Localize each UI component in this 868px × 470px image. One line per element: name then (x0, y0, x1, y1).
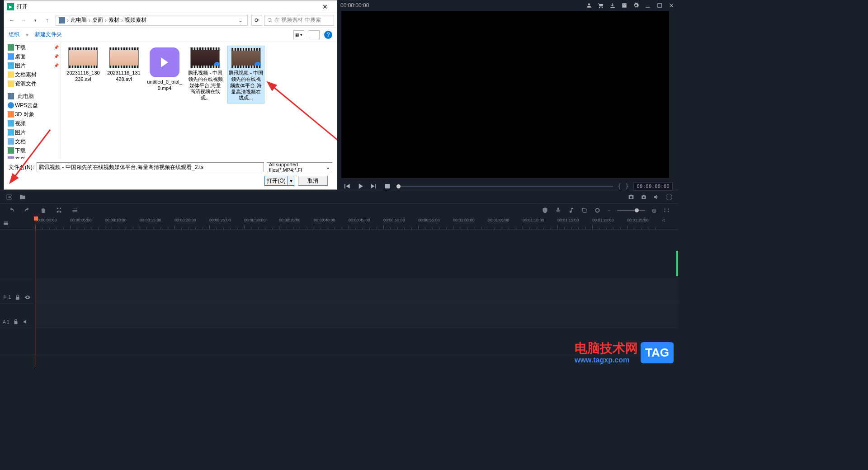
camera-icon[interactable] (640, 193, 647, 201)
item-icon (8, 138, 14, 145)
zoom-out-button[interactable]: − (607, 207, 611, 214)
mic-icon[interactable] (555, 207, 561, 214)
volume-icon[interactable] (653, 193, 660, 201)
video-track[interactable]: 主 1 (0, 279, 678, 304)
sidebar-item[interactable]: 图片📌 (4, 61, 61, 70)
sidebar-item[interactable]: WPS云盘 (4, 101, 61, 110)
sidebar-item-label: 文档素材 (15, 71, 37, 79)
minimize-icon[interactable] (645, 2, 651, 9)
nav-recent-button[interactable]: ▾ (30, 15, 40, 25)
breadcrumb-item[interactable]: 视频素材 (125, 16, 146, 24)
breadcrumb[interactable]: › 此电脑› 桌面› 素材› 视频素材 ⌄ (56, 15, 248, 26)
sidebar-item[interactable]: 下载📌 (4, 43, 61, 52)
ruler-mark: 00:01:15:00 (557, 218, 579, 222)
fit-icon[interactable] (663, 207, 670, 214)
sidebar-item[interactable]: 视频 (4, 119, 61, 128)
refresh-button[interactable]: ⟳ (251, 15, 262, 26)
sidebar-item-label: 图片 (15, 62, 26, 70)
sidebar-item[interactable]: 桌面📌 (4, 52, 61, 61)
screenshot-icon[interactable] (627, 193, 635, 201)
mail-icon[interactable] (621, 2, 627, 9)
music-note-icon[interactable] (568, 207, 575, 214)
new-folder-button[interactable]: 新建文件夹 (35, 31, 62, 38)
file-thumbnail (231, 48, 261, 68)
nav-up-button[interactable]: ↑ (42, 15, 52, 25)
sidebar-item[interactable]: 文档 (4, 137, 61, 146)
marker-icon[interactable] (594, 207, 601, 214)
breadcrumb-item[interactable]: 桌面 (92, 16, 103, 24)
undo-icon[interactable] (8, 207, 15, 214)
shield-icon[interactable] (542, 207, 548, 214)
maximize-icon[interactable] (656, 2, 663, 9)
view-mode-button[interactable]: ▦ ▾ (293, 30, 304, 39)
close-app-icon[interactable] (668, 2, 675, 9)
file-thumbnail (109, 47, 139, 68)
search-input[interactable]: 在 视频素材 中搜索 (264, 15, 334, 26)
sidebar-item[interactable]: 3D 对象 (4, 110, 61, 119)
speaker-icon[interactable] (23, 319, 29, 325)
sidebar-this-pc[interactable]: 此电脑 (4, 92, 61, 101)
file-item[interactable]: 腾讯视频 - 中国领先的在线视频媒体平台,海量高清视频在线观... (227, 46, 264, 103)
next-frame-button[interactable] (369, 182, 378, 191)
track-spacer (0, 230, 678, 279)
breadcrumb-dropdown-icon[interactable]: ⌄ (236, 17, 245, 24)
audio-track[interactable]: A 1 (0, 304, 678, 328)
zoom-slider[interactable] (617, 210, 645, 211)
open-dropdown-button[interactable]: ▾ (288, 176, 294, 186)
play-button[interactable] (356, 182, 365, 191)
sidebar-item[interactable]: 文档素材 (4, 70, 61, 79)
file-item[interactable]: 腾讯视频 - 中国领先的在线视频媒体平台,海量高清视频在线观... (187, 46, 224, 103)
eye-icon[interactable] (24, 294, 31, 301)
open-button[interactable]: 打开(O) (264, 176, 288, 186)
filename-label: 文件名(N): (9, 164, 34, 171)
ruler-mark: 00:00:25:00 (209, 218, 231, 222)
nav-back-button[interactable]: ← (7, 15, 17, 25)
search-placeholder: 在 视频素材 中搜索 (274, 16, 321, 24)
cancel-button[interactable]: 取消 (298, 176, 328, 186)
prev-frame-button[interactable] (342, 182, 351, 191)
filetype-filter[interactable]: All supported files(*.MP4;*.FI ⌄ (267, 162, 332, 172)
dialog-close-button[interactable]: ✕ (316, 3, 334, 10)
header-timecode: 00:00:00:00 (340, 2, 369, 9)
settings-icon[interactable] (633, 2, 639, 9)
lock-icon[interactable] (14, 294, 21, 301)
delete-icon[interactable] (40, 207, 47, 214)
breadcrumb-item[interactable]: 此电脑 (71, 16, 87, 24)
sidebar-item-label: 音乐 (15, 156, 26, 159)
import-icon[interactable] (5, 193, 13, 201)
pin-icon: 📌 (54, 45, 59, 50)
organize-button[interactable]: 组织 (9, 31, 19, 38)
fullscreen-icon[interactable] (665, 193, 673, 201)
user-icon[interactable] (586, 2, 592, 9)
playhead[interactable] (36, 217, 36, 367)
cut-icon[interactable] (56, 207, 62, 214)
sidebar-item[interactable]: 图片 (4, 128, 61, 137)
nav-forward-button[interactable]: → (19, 15, 28, 25)
redo-icon[interactable] (24, 207, 31, 214)
preview-scrubber[interactable] (396, 186, 613, 187)
zoom-in-button[interactable]: ⊕ (651, 207, 657, 214)
stop-button[interactable] (383, 182, 392, 191)
preview-pane-button[interactable] (309, 30, 320, 39)
lock-icon[interactable] (13, 319, 19, 325)
download-icon[interactable] (609, 2, 616, 9)
ruler-mark: 00:00:55:00 (418, 218, 440, 222)
cart-icon[interactable] (598, 2, 604, 9)
help-icon[interactable]: ? (324, 31, 332, 39)
file-item[interactable]: 20231116_131428.avi (105, 46, 142, 103)
crop-icon[interactable] (581, 207, 588, 214)
timeline-ruler[interactable]: 00:00:00:0000:00:05:0000:00:10:0000:00:1… (0, 217, 678, 230)
file-open-dialog: 打开 ✕ ← → ▾ ↑ › 此电脑› 桌面› 素材› 视频素材 ⌄ ⟳ 在 视… (4, 0, 337, 190)
filename-input[interactable] (37, 162, 264, 172)
sidebar-item[interactable]: 音乐 (4, 155, 61, 159)
track-label: A 1 (3, 320, 9, 324)
menu-icon[interactable] (71, 207, 78, 214)
timeline-settings-icon[interactable] (3, 220, 9, 226)
sidebar-item[interactable]: 资源文件 (4, 79, 61, 88)
folder-icon[interactable] (19, 193, 26, 201)
file-item[interactable]: untitled_0_trial_0.mp4 (146, 46, 183, 103)
breadcrumb-item[interactable]: 素材 (108, 16, 119, 24)
file-item[interactable]: 20231116_130239.avi (65, 46, 102, 103)
sync-badge-icon (255, 62, 261, 68)
sidebar-item[interactable]: 下载 (4, 146, 61, 155)
